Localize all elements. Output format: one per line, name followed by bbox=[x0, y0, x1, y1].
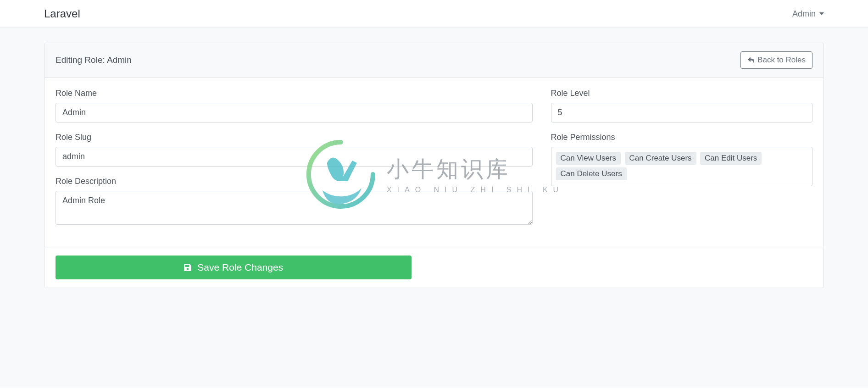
edit-role-card: Editing Role: Admin Back to Roles Role N… bbox=[44, 43, 824, 288]
role-description-label: Role Description bbox=[56, 177, 533, 186]
role-slug-label: Role Slug bbox=[56, 133, 533, 142]
page-background: Editing Role: Admin Back to Roles Role N… bbox=[0, 28, 868, 388]
card-footer: Save Role Changes bbox=[45, 248, 823, 288]
user-dropdown[interactable]: Admin bbox=[792, 9, 824, 19]
save-button[interactable]: Save Role Changes bbox=[56, 256, 412, 279]
role-level-input[interactable] bbox=[551, 103, 813, 122]
role-slug-group: Role Slug bbox=[56, 133, 533, 167]
role-description-group: Role Description bbox=[56, 177, 533, 227]
permission-chip[interactable]: Can View Users bbox=[556, 152, 621, 165]
back-button-label: Back to Roles bbox=[757, 56, 806, 65]
role-level-label: Role Level bbox=[551, 89, 813, 98]
permission-chip[interactable]: Can Edit Users bbox=[700, 152, 762, 165]
permissions-box[interactable]: Can View Users Can Create Users Can Edit… bbox=[551, 147, 813, 186]
permission-chip[interactable]: Can Delete Users bbox=[556, 167, 627, 180]
role-description-input[interactable] bbox=[56, 191, 533, 225]
reply-icon bbox=[747, 57, 755, 63]
navbar: Laravel Admin bbox=[0, 0, 868, 28]
brand[interactable]: Laravel bbox=[44, 7, 80, 20]
role-permissions-group: Role Permissions Can View Users Can Crea… bbox=[551, 133, 813, 186]
role-name-input[interactable] bbox=[56, 103, 533, 122]
side-column: Role Level Role Permissions Can View Use… bbox=[551, 89, 813, 237]
back-to-roles-button[interactable]: Back to Roles bbox=[740, 51, 812, 69]
permission-chip[interactable]: Can Create Users bbox=[625, 152, 696, 165]
title-role: Admin bbox=[107, 55, 132, 65]
role-slug-input[interactable] bbox=[56, 147, 533, 167]
main-column: Role Name Role Slug Role Description bbox=[56, 89, 533, 237]
role-name-label: Role Name bbox=[56, 89, 533, 98]
form-row: Role Name Role Slug Role Description Rol bbox=[56, 89, 812, 237]
role-name-group: Role Name bbox=[56, 89, 533, 122]
save-icon bbox=[184, 263, 192, 272]
user-label: Admin bbox=[792, 9, 816, 19]
card-body: Role Name Role Slug Role Description Rol bbox=[45, 78, 823, 248]
role-permissions-label: Role Permissions bbox=[551, 133, 813, 142]
save-button-label: Save Role Changes bbox=[197, 262, 283, 273]
caret-down-icon bbox=[819, 12, 824, 15]
card-header: Editing Role: Admin Back to Roles bbox=[45, 43, 823, 78]
title-prefix: Editing Role: bbox=[56, 55, 107, 65]
page-title: Editing Role: Admin bbox=[56, 55, 132, 65]
role-level-group: Role Level bbox=[551, 89, 813, 122]
